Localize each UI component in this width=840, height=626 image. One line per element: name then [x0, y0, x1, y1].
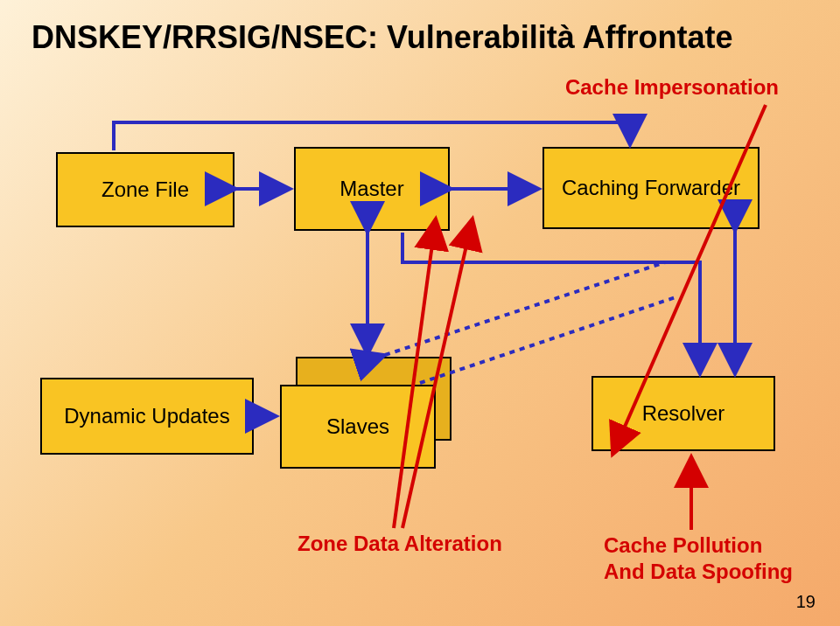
page-number: 19	[796, 592, 816, 612]
label-data-spoofing: And Data Spoofing	[604, 560, 793, 584]
box-caching-forwarder: Caching Forwarder	[542, 147, 760, 229]
box-zone-file: Zone File	[56, 152, 234, 227]
box-dynamic-updates: Dynamic Updates	[40, 378, 254, 455]
page-title: DNSKEY/RRSIG/NSEC: Vulnerabilità Affront…	[32, 19, 732, 56]
label-cache-impersonation: Cache Impersonation	[565, 75, 779, 100]
box-slaves: Slaves	[280, 385, 436, 469]
svg-line-5	[385, 262, 665, 355]
box-master: Master	[294, 147, 450, 231]
svg-line-6	[420, 297, 676, 383]
box-resolver: Resolver	[592, 376, 775, 451]
label-zone-data-alteration: Zone Data Alteration	[298, 532, 502, 556]
label-cache-pollution: Cache Pollution	[604, 533, 762, 558]
